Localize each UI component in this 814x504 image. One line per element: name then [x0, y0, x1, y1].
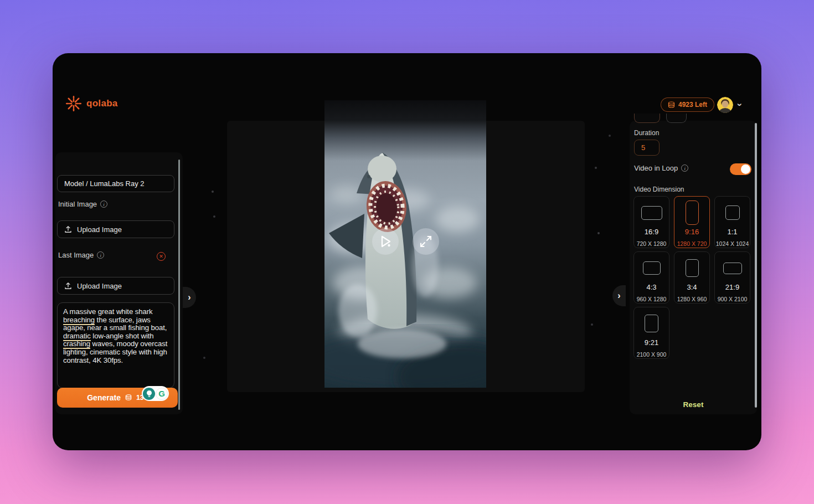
left-panel-collapse-button[interactable]: ›	[183, 287, 196, 308]
chevron-right-icon: ›	[617, 291, 620, 301]
prompt-input[interactable]: A massive great white shark breaching th…	[57, 302, 174, 388]
dimension-option-3-4[interactable]: 3:4 1280 X 960	[674, 251, 710, 304]
app-window: qolaba 4923 Left › Model / LumaLabs Ray …	[53, 53, 761, 450]
remove-last-image-button[interactable]: ✕	[157, 252, 166, 261]
partially-visible-input[interactable]	[634, 114, 660, 123]
landscape-ratio-icon	[723, 263, 742, 274]
dimension-option-9-21[interactable]: 9:21 2100 X 900	[633, 307, 669, 359]
dimension-option-21-9[interactable]: 21:9 900 X 2100	[714, 251, 750, 304]
dimension-option-1-1[interactable]: 1:1 1024 X 1024	[714, 196, 750, 248]
video-loop-toggle[interactable]	[730, 163, 751, 175]
coins-icon	[125, 394, 132, 401]
app-logo[interactable]: qolaba	[65, 95, 118, 112]
grammarly-extension-badge[interactable]: G	[142, 386, 169, 401]
dimension-option-4-3[interactable]: 4:3 960 X 1280	[633, 251, 669, 304]
dimension-option-16-9[interactable]: 16:9 720 X 1280	[633, 196, 669, 248]
landscape-ratio-icon	[643, 261, 661, 275]
logo-wordmark: qolaba	[86, 98, 118, 109]
portrait-ratio-icon	[686, 259, 699, 277]
dimension-grid: 16:9 720 X 1280 9:16 1280 X 720 1:1 1024…	[633, 196, 750, 359]
qolaba-logo-icon	[65, 95, 82, 112]
grammarly-icon[interactable]: G	[156, 388, 168, 400]
video-preview[interactable]	[324, 100, 486, 388]
credits-label: 4923 Left	[678, 101, 707, 109]
portrait-ratio-icon	[645, 315, 658, 332]
reset-button[interactable]: Reset	[630, 400, 757, 409]
prompt-text: A massive great white shark	[63, 307, 152, 316]
prompt-text: low-angle shot with	[91, 332, 154, 340]
duration-input[interactable]: 5	[634, 140, 660, 156]
square-ratio-icon	[725, 205, 740, 220]
landscape-ratio-icon	[641, 206, 662, 220]
expand-icon	[419, 235, 432, 248]
shark-video-frame	[324, 100, 486, 388]
info-icon[interactable]: i	[100, 200, 107, 208]
right-panel-scrollbar[interactable]	[755, 123, 757, 408]
partially-visible-input[interactable]	[666, 114, 687, 123]
info-icon[interactable]: i	[681, 164, 688, 172]
play-icon	[378, 234, 393, 249]
suggestion-lightbulb-icon[interactable]	[143, 388, 155, 400]
account-chevron-down-icon[interactable]: ›	[735, 103, 745, 106]
model-select[interactable]: Model / LumaLabs Ray 2	[57, 175, 174, 192]
chevron-right-icon: ›	[188, 292, 190, 302]
dimension-option-9-16[interactable]: 9:16 1280 X 720	[674, 196, 710, 248]
starfield-decoration	[53, 53, 54, 54]
duration-label: Duration	[634, 129, 659, 137]
right-panel-collapse-button[interactable]: ›	[612, 285, 626, 306]
upload-last-image-button[interactable]: Upload Image	[57, 277, 174, 295]
fullscreen-expand-button[interactable]	[413, 228, 439, 255]
info-icon[interactable]: i	[97, 251, 104, 259]
upload-initial-image-button[interactable]: Upload Image	[57, 220, 174, 238]
close-icon: ✕	[159, 254, 163, 259]
credits-badge[interactable]: 4923 Left	[661, 97, 714, 112]
user-avatar[interactable]	[717, 97, 733, 113]
video-loop-label: Video in Loop i	[634, 164, 688, 172]
upload-icon	[64, 282, 72, 290]
play-button[interactable]	[372, 228, 399, 255]
portrait-ratio-icon	[686, 200, 699, 225]
coins-icon	[668, 101, 675, 109]
last-image-label: Last Image i	[58, 251, 104, 259]
video-dimension-label: Video Dimension	[634, 186, 684, 193]
toggle-knob	[741, 164, 750, 174]
initial-image-label: Initial Image i	[58, 200, 107, 208]
upload-icon	[64, 225, 72, 233]
left-panel-scrollbar[interactable]	[178, 160, 180, 410]
avatar-image	[717, 97, 733, 113]
